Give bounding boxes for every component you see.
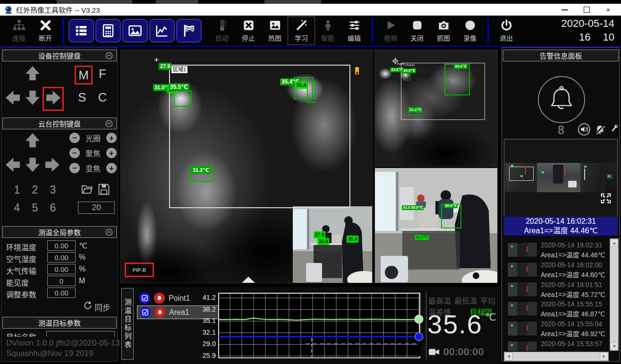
ptz-left-arrow-button[interactable] [4, 156, 21, 173]
alarm-list-vscrollbar[interactable] [610, 238, 619, 351]
alarm-entry[interactable]: 2020-05-14 15:53:57 Area1=>温度 46.77℃ [502, 339, 609, 351]
toolbar-snapshot-button[interactable]: 抓图 [430, 17, 457, 44]
pip-mode-label[interactable]: PIP-B [129, 266, 150, 274]
ptz-down-arrow-button[interactable] [24, 156, 41, 173]
ptz-digit-button[interactable]: 2 [29, 184, 41, 196]
param-input[interactable]: 0.00 [47, 240, 76, 251]
increase-button[interactable]: + [106, 133, 117, 143]
mute-bell-button[interactable] [595, 124, 605, 135]
alarm-bell-button[interactable] [538, 76, 585, 123]
device-key-c[interactable]: C [95, 89, 110, 105]
area1-region-rect[interactable] [169, 65, 350, 208]
target-alarm-bell-icon[interactable] [154, 307, 165, 318]
alarm-entry[interactable]: 2020-05-14 15:55:15 Area1=>温度 46.87℃ [502, 299, 609, 318]
collapse-up-icon[interactable] [105, 229, 113, 236]
close-window-button[interactable]: × [597, 5, 619, 15]
decrease-button[interactable]: − [69, 163, 80, 173]
target-list-tab[interactable]: 测温目标列表 [121, 288, 134, 360]
alarm-list-hscrollbar[interactable] [504, 352, 609, 361]
device-key-f[interactable]: F [95, 66, 110, 82]
open-preset-button[interactable] [81, 183, 94, 196]
device-key-s[interactable]: S [75, 89, 90, 105]
strip-thumb-visible[interactable] [537, 163, 580, 192]
scroll-up-button[interactable] [610, 239, 618, 247]
ptz-digit-button[interactable]: 5 [29, 202, 41, 214]
toolbar-learn-button[interactable]: 学习 [288, 17, 315, 44]
increase-button[interactable]: + [106, 163, 117, 173]
ptz-right-arrow-button[interactable] [44, 156, 61, 173]
alarm-settings-button[interactable] [609, 123, 620, 134]
toolbar-video-button[interactable]: 视频 [377, 17, 404, 44]
visible-camera-view[interactable]: 31.0℃ 35.5℃ 35.4℃ 31.2℃ [374, 168, 498, 283]
ptz-digit-button[interactable]: 3 [47, 184, 59, 196]
save-preset-button[interactable] [97, 183, 111, 196]
alarm-entry[interactable]: 2020-05-14 16:02:00 Area1=>温度 44.60℃ [502, 260, 609, 279]
decrease-button[interactable]: − [69, 148, 80, 158]
stat-min-label[interactable]: 最低温 [454, 295, 477, 306]
target-checkbox[interactable] [140, 307, 151, 318]
ptz-up-arrow-button[interactable] [24, 132, 41, 149]
param-input[interactable]: 0.00 [47, 252, 76, 262]
param-input[interactable]: 0 [47, 276, 76, 286]
scroll-right-button[interactable] [600, 352, 608, 361]
camera-chip-354: 35.4℃ [444, 203, 458, 208]
device-left-arrow-button[interactable] [4, 89, 21, 106]
alarm-highlight-card[interactable]: 2020-05-14 16:02:31 Area1=>温度 44.46℃ [504, 217, 618, 236]
scroll-left-button[interactable] [504, 352, 513, 361]
sound-on-button[interactable] [578, 123, 590, 135]
strip-thumb-thermal2[interactable] [580, 163, 605, 192]
ptz-digit-button[interactable]: 1 [11, 184, 23, 196]
calculator-nav-button[interactable] [95, 19, 121, 42]
alarm-entry[interactable]: 2020-05-14 16:02:31 Area1=>温度 44.46℃ [502, 240, 609, 259]
strip-thumb-inset[interactable] [605, 163, 617, 192]
target-name-input[interactable] [46, 331, 115, 337]
record-camera-icon[interactable] [428, 347, 440, 356]
point1-crosshair[interactable]: + [154, 57, 159, 63]
temperature-trend-chart[interactable] [218, 293, 420, 358]
collapse-up-icon[interactable] [105, 52, 113, 59]
alarm-flag-nav-button[interactable] [176, 19, 202, 42]
device-list-nav-button[interactable] [68, 19, 94, 42]
ptz-digit-button[interactable]: 4 [11, 202, 23, 214]
increase-button[interactable]: + [106, 148, 117, 158]
toolbar-start-button[interactable]: 启动 [209, 17, 235, 44]
toolbar-heatmap-button[interactable]: 热图 [262, 17, 288, 44]
device-up-arrow-button[interactable] [24, 65, 41, 82]
sync-button[interactable] [83, 301, 93, 310]
ptz-digit-button[interactable]: 6 [47, 202, 59, 214]
time-display: 16 10 [561, 31, 614, 44]
param-input[interactable]: 0.00 [47, 264, 76, 274]
sync-label[interactable]: 同步 [94, 301, 111, 313]
collapse-up-icon[interactable] [105, 120, 113, 127]
preview-chip-354: 35.4℃ [454, 64, 468, 69]
main-thermal-view[interactable]: + 27.9 区域1 31.0℃ 36. 35.5℃ 35.4℃ 36.4 31… [120, 50, 373, 283]
toolbar-smart-button[interactable]: 智能 [315, 17, 341, 44]
preset-number-input[interactable]: 20 [78, 202, 115, 214]
device-down-arrow-button[interactable] [24, 89, 41, 106]
toolbar-connect-button[interactable]: 连接 [6, 17, 32, 44]
trend-curve-nav-button[interactable] [149, 19, 175, 42]
bottom-triangle-handle[interactable] [241, 277, 256, 283]
strip-thumb-thermal[interactable] [505, 163, 537, 192]
alarm-entry[interactable]: 2020-05-14 16:01:51 Area1=>温度 45.72℃ [502, 280, 609, 299]
toolbar-disconnect-button[interactable]: 断开 [32, 17, 59, 44]
expand-button[interactable] [600, 192, 612, 204]
image-gallery-nav-button[interactable] [122, 19, 148, 42]
toolbar-close-stream-button[interactable]: 关闭 [404, 17, 430, 44]
pip-inset-camera[interactable]: 27.9 36.4 36.4 [293, 206, 372, 283]
decrease-button[interactable]: − [69, 133, 80, 143]
target-checkbox[interactable] [139, 293, 150, 304]
scroll-down-button[interactable] [610, 342, 618, 350]
thermal-preview-view[interactable]: Point1 Area1 31.0℃ 35.5℃ 35.4℃ 31.2℃ [374, 50, 498, 167]
device-key-m[interactable]: M [75, 66, 93, 85]
minimize-button[interactable] [554, 5, 576, 15]
toolbar-edit-button[interactable]: 编辑 [341, 17, 367, 44]
maximize-button[interactable] [576, 5, 597, 15]
alarm-entry[interactable]: 2020-05-14 15:55:04 Area1=>温度 46.92℃ [502, 319, 609, 338]
stat-max-label[interactable]: 最高温 [428, 295, 451, 306]
target-alarm-bell-icon[interactable] [154, 293, 165, 304]
toolbar-exit-button[interactable]: 退出 [493, 17, 519, 44]
toolbar-record-button[interactable]: 录像 [457, 17, 483, 44]
toolbar-stop-button[interactable]: 停止 [235, 17, 262, 44]
param-input[interactable]: 0.00 [47, 288, 76, 298]
